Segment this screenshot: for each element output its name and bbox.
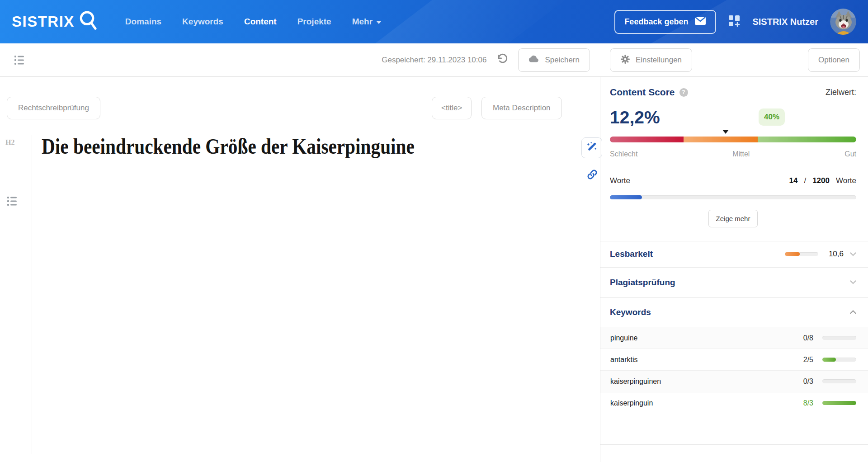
keywords-section-header[interactable]: Keywords [610, 297, 856, 327]
keywords-title: Keywords [610, 307, 651, 317]
editor-toolbar: Gespeichert: 29.11.2023 10:06 Speichern [0, 43, 868, 77]
keyword-progress-fill [822, 358, 836, 362]
keyword-row[interactable]: antarktis 2/5 [600, 349, 868, 370]
settings-button[interactable]: Einstellungen [610, 48, 692, 72]
readability-section[interactable]: Lesbarkeit 10,6 [610, 241, 856, 267]
magic-wand-icon [586, 141, 598, 155]
keyword-count: 0/3 [790, 377, 813, 386]
score-gradient-bar [610, 137, 856, 142]
keyword-term: kaiserpinguin [610, 399, 790, 407]
help-icon[interactable]: ? [679, 88, 688, 97]
scale-label-good: Gut [844, 150, 856, 158]
envelope-icon [694, 16, 706, 28]
nav-item-keywords[interactable]: Keywords [182, 17, 223, 27]
keyword-row[interactable]: kaiserpinguinen 0/3 [600, 370, 868, 392]
top-navigation-bar: SISTRIX Domains Keywords Content Projekt… [0, 0, 868, 43]
keyword-term: kaiserpinguinen [610, 377, 790, 386]
toolbar-sidebar-side: Einstellungen Optionen [600, 43, 868, 76]
gear-icon [620, 54, 630, 66]
readability-fill [785, 252, 800, 256]
block-tag-label: H2 [5, 138, 14, 146]
word-progress-fill [610, 195, 642, 199]
editor-gutter-line [32, 135, 32, 454]
chevron-down-icon [376, 21, 382, 24]
words-unit: Worte [836, 176, 856, 185]
score-scale [610, 137, 856, 142]
target-score-badge: 40% [759, 108, 785, 126]
save-button[interactable]: Speichern [518, 48, 590, 72]
title-tag-button[interactable]: <title> [432, 97, 472, 119]
target-label: Zielwert: [826, 88, 856, 97]
content-score-value: 12,2% [610, 108, 660, 127]
options-button[interactable]: Optionen [808, 48, 860, 72]
show-more-wrap: Zeige mehr [610, 210, 856, 227]
keyword-progress-track [822, 336, 856, 340]
document-heading[interactable]: Die beeindruckende Größe der Kaiserpingu… [42, 134, 415, 159]
show-more-button[interactable]: Zeige mehr [708, 210, 758, 227]
keyword-term: antarktis [610, 356, 790, 364]
chevron-up-icon[interactable] [850, 310, 856, 314]
keyword-count: 8/3 [790, 399, 813, 407]
meta-description-button[interactable]: Meta Description [481, 97, 562, 119]
nav-item-mehr[interactable]: Mehr [352, 17, 382, 27]
plagiarism-section[interactable]: Plagiatsprüfung [610, 267, 856, 297]
readability-value: 10,6 [826, 250, 844, 259]
topbar-right: Feedback geben SISTRIX Nutzer [614, 9, 856, 35]
keyword-progress-track [822, 358, 856, 362]
keyword-term: pinguine [610, 334, 790, 342]
undo-icon[interactable] [496, 53, 508, 67]
nav-item-domains[interactable]: Domains [125, 17, 161, 27]
feedback-button[interactable]: Feedback geben [614, 10, 716, 34]
chevron-down-icon[interactable] [850, 252, 856, 256]
magic-wand-button[interactable] [581, 137, 602, 158]
keyword-count: 0/8 [790, 334, 813, 342]
plagiarism-title: Plagiatsprüfung [610, 278, 675, 288]
nav-item-content[interactable]: Content [244, 17, 277, 27]
sistrix-logo[interactable]: SISTRIX [12, 10, 99, 33]
content-score-title: Content Score [610, 87, 675, 98]
keyword-progress-track [822, 401, 856, 405]
keyword-progress-track [822, 379, 856, 383]
nav-item-projekte[interactable]: Projekte [297, 17, 331, 27]
words-separator: / [804, 176, 806, 185]
spellcheck-button[interactable]: Rechtschreibprüfung [7, 97, 100, 119]
scale-label-bad: Schlecht [610, 150, 637, 158]
chevron-down-icon[interactable] [850, 280, 856, 284]
keyword-row[interactable]: kaiserpinguin 8/3 [600, 392, 868, 414]
content-score-header: Content Score ? Zielwert: [610, 87, 856, 98]
keyword-progress-fill [822, 401, 856, 405]
outline-list-icon[interactable] [14, 54, 25, 68]
readability-title: Lesbarkeit [610, 249, 653, 259]
sistrix-content-assistant: SISTRIX Domains Keywords Content Projekt… [0, 0, 868, 462]
sistrix-logo-text: SISTRIX [12, 13, 75, 30]
score-scale-labels: Schlecht Mittel Gut [610, 150, 856, 158]
toolbar-editor-side: Gespeichert: 29.11.2023 10:06 Speichern [0, 43, 600, 76]
magnifier-icon [78, 10, 99, 33]
words-label: Worte [610, 176, 630, 185]
apps-grid-icon[interactable] [728, 14, 741, 29]
score-marker [722, 130, 729, 134]
saved-status-text: Gespeichert: 29.11.2023 10:06 [382, 56, 486, 65]
user-name[interactable]: SISTRIX Nutzer [752, 17, 818, 27]
user-avatar[interactable] [830, 9, 856, 35]
keyword-row[interactable]: pinguine 0/8 [600, 327, 868, 349]
scale-label-mid: Mittel [637, 150, 844, 158]
insert-link-icon[interactable] [586, 168, 599, 183]
sidebar-bottom-border [600, 444, 868, 445]
main-nav: Domains Keywords Content Projekte Mehr [125, 17, 382, 27]
words-count: 14 / 1200 Worte [789, 176, 856, 185]
words-target: 1200 [812, 176, 830, 185]
save-status-group: Gespeichert: 29.11.2023 10:06 Speichern [382, 43, 590, 76]
list-block-icon[interactable] [6, 195, 18, 209]
cloud-icon [528, 55, 539, 65]
word-count-row: Worte 14 / 1200 Worte [610, 176, 856, 185]
keyword-count: 2/5 [790, 356, 813, 364]
word-progress-track [610, 195, 856, 199]
words-current: 14 [789, 176, 797, 185]
decorative-shard [375, 0, 565, 43]
readability-track [785, 252, 818, 256]
keyword-list: pinguine 0/8 antarktis 2/5 kaiserpinguin… [600, 327, 868, 414]
